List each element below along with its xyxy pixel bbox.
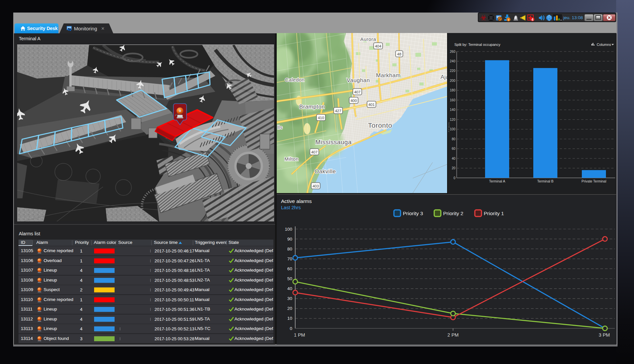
svg-text:Vaughan: Vaughan xyxy=(347,77,370,83)
svg-text:4: 4 xyxy=(532,17,534,21)
svg-text:40: 40 xyxy=(287,286,292,291)
svg-text:1 PM: 1 PM xyxy=(294,332,305,338)
svg-text:140: 140 xyxy=(450,108,455,112)
svg-text:50: 50 xyxy=(287,276,292,281)
svg-text:100: 100 xyxy=(285,227,292,232)
svg-text:Markham: Markham xyxy=(376,72,401,79)
svg-text:Split by: Terminal occupancy: Split by: Terminal occupancy xyxy=(454,43,501,47)
svg-text:Toronto: Toronto xyxy=(368,121,392,129)
svg-text:Brampton: Brampton xyxy=(299,104,325,110)
svg-text:80: 80 xyxy=(452,137,456,141)
svg-text:160: 160 xyxy=(450,98,455,102)
svg-text:3 PM: 3 PM xyxy=(599,332,610,338)
svg-text:40: 40 xyxy=(452,157,456,160)
svg-text:Oakville: Oakville xyxy=(315,168,336,175)
svg-text:60: 60 xyxy=(452,147,456,150)
svg-text:220: 220 xyxy=(450,69,455,73)
svg-text:401: 401 xyxy=(368,103,374,107)
svg-text:30: 30 xyxy=(287,296,292,301)
svg-text:80: 80 xyxy=(287,247,292,251)
svg-text:407: 407 xyxy=(354,90,360,94)
svg-text:2 PM: 2 PM xyxy=(447,332,459,338)
svg-text:410: 410 xyxy=(318,116,324,120)
svg-text:407: 407 xyxy=(311,150,317,154)
svg-text:Mississauga: Mississauga xyxy=(315,139,352,146)
svg-text:Caledon: Caledon xyxy=(285,77,304,83)
svg-text:60: 60 xyxy=(287,266,292,271)
svg-text:Milton: Milton xyxy=(284,156,299,162)
svg-text:48: 48 xyxy=(397,52,402,56)
svg-text:70: 70 xyxy=(287,256,292,261)
svg-text:Last 2hrs: Last 2hrs xyxy=(281,205,301,210)
svg-text:# of alarms: # of alarms xyxy=(448,122,450,132)
svg-text:Active alarms: Active alarms xyxy=(281,198,312,204)
svg-text:Columns: Columns xyxy=(597,43,611,47)
svg-text:Aurora: Aurora xyxy=(360,36,376,42)
svg-text:120: 120 xyxy=(450,118,455,121)
svg-text:0: 0 xyxy=(290,326,292,331)
svg-text:20: 20 xyxy=(452,166,456,170)
svg-text:180: 180 xyxy=(450,88,455,92)
svg-text:Terminal A: Terminal A xyxy=(489,179,505,183)
svg-text:200: 200 xyxy=(450,79,455,83)
svg-text:400: 400 xyxy=(350,99,357,103)
svg-text:90: 90 xyxy=(287,237,292,242)
svg-text:Priority 3: Priority 3 xyxy=(403,211,423,216)
svg-text:0: 0 xyxy=(453,176,455,180)
svg-text:Priority 1: Priority 1 xyxy=(484,211,504,216)
svg-text:20: 20 xyxy=(287,306,292,311)
svg-text:260: 260 xyxy=(450,50,455,53)
svg-text:Aja: Aja xyxy=(440,74,447,80)
svg-text:100: 100 xyxy=(450,127,455,131)
svg-text:427: 427 xyxy=(335,109,341,113)
svg-text:404: 404 xyxy=(375,44,381,48)
svg-text:Priority 2: Priority 2 xyxy=(443,211,463,216)
svg-text:☣: ☣ xyxy=(480,14,487,21)
svg-text:lls: lls xyxy=(277,124,283,130)
svg-text:Terminal B: Terminal B xyxy=(537,179,554,183)
svg-text:403: 403 xyxy=(312,184,319,188)
svg-text:240: 240 xyxy=(450,59,455,63)
svg-text:10: 10 xyxy=(287,316,292,321)
svg-text:!: ! xyxy=(508,18,509,21)
svg-text:Private Terminal: Private Terminal xyxy=(581,179,606,183)
